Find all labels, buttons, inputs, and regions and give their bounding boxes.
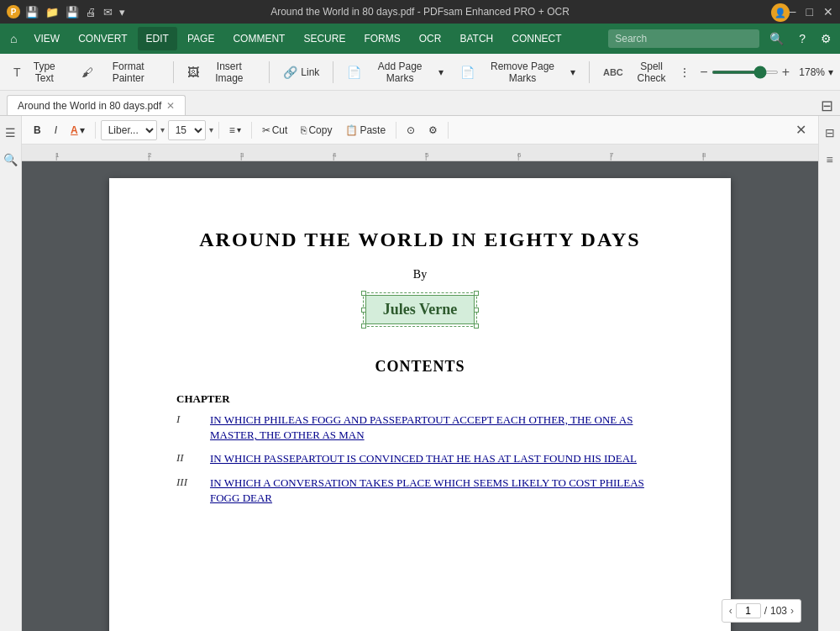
zoom-value[interactable]: 178% — [793, 66, 825, 78]
tb-icon-1[interactable]: 💾 — [25, 6, 39, 18]
handle-middle-right[interactable] — [474, 308, 479, 313]
page-number-input[interactable] — [736, 603, 761, 618]
menu-comment[interactable]: COMMENT — [224, 27, 293, 50]
right-sidebar-icon-1[interactable]: ⊟ — [822, 123, 838, 143]
bold-button[interactable]: B — [29, 120, 46, 140]
author-container: Jules Verne — [176, 295, 664, 324]
format-painter-button[interactable]: 🖌 Format Painter — [75, 57, 166, 87]
toc-entry-3: III IN WHICH A CONVERSATION TAKES PLACE … — [176, 476, 664, 506]
handle-top-left[interactable] — [361, 291, 366, 296]
align-button[interactable]: ≡ ▾ — [224, 120, 246, 140]
author-name: Jules Verne — [383, 301, 458, 318]
spell-check-button[interactable]: ABC Spell Check ⋮ — [596, 57, 696, 87]
page-container: AROUND THE WORLD IN EIGHTY DAYS By Jules… — [22, 161, 818, 631]
font-color-icon: A — [71, 124, 78, 136]
handle-top-right[interactable] — [474, 291, 479, 296]
font-color-button[interactable]: A ▾ — [66, 120, 90, 140]
paste-button[interactable]: 📋 Paste — [340, 120, 391, 140]
page-separator: / — [764, 605, 767, 617]
sidebar-panels-icon[interactable]: ☰ — [2, 123, 19, 143]
type-text-button[interactable]: T Type Text — [7, 57, 71, 87]
remove-page-marks-icon: 📄 — [460, 66, 475, 79]
menu-ocr[interactable]: OCR — [411, 27, 450, 50]
tb-icon-4[interactable]: 🖨 — [86, 6, 97, 18]
menu-connect[interactable]: CONNECT — [503, 27, 570, 50]
doc-tab[interactable]: Around the World in 80 days.pdf ✕ — [7, 95, 186, 115]
sidebar-search-icon[interactable]: 🔍 — [0, 150, 21, 170]
font-size-arrow: ▾ — [209, 125, 213, 134]
pdf-page: AROUND THE WORLD IN EIGHTY DAYS By Jules… — [109, 178, 731, 631]
tabs-bar: Around the World in 80 days.pdf ✕ ⊟ — [0, 91, 840, 116]
menu-home[interactable]: ⌂ — [3, 27, 24, 50]
close-button[interactable]: ✕ — [823, 5, 833, 18]
add-page-marks-button[interactable]: 📄 Add Page Marks ▾ — [340, 57, 450, 87]
tb-icon-5[interactable]: ✉ — [103, 6, 113, 18]
cut-button[interactable]: ✂ Cut — [257, 120, 293, 140]
spell-check-icon: ABC — [603, 67, 623, 77]
font-color-arrow: ▾ — [80, 124, 85, 136]
font-size-select[interactable]: 15 — [168, 120, 206, 140]
insert-image-icon: 🖼 — [187, 66, 199, 79]
search-input[interactable] — [608, 29, 759, 48]
handle-middle-left[interactable] — [361, 308, 366, 313]
more-options-button[interactable]: ⊙ — [402, 120, 420, 140]
tb-icon-arrow[interactable]: ▾ — [119, 6, 125, 18]
handle-bottom-left[interactable] — [361, 323, 366, 329]
chapter-label: CHAPTER — [176, 392, 664, 406]
menu-view[interactable]: VIEW — [25, 27, 68, 50]
menu-secure[interactable]: SECURE — [295, 27, 354, 50]
menu-batch[interactable]: BATCH — [451, 27, 501, 50]
prev-page-button[interactable]: ‹ — [729, 605, 732, 617]
insert-image-button[interactable]: 🖼 Insert Image — [181, 57, 262, 87]
by-label: By — [176, 268, 664, 281]
tb-icon-3[interactable]: 💾 — [66, 6, 79, 18]
remove-page-marks-arrow: ▾ — [570, 66, 575, 78]
add-page-marks-arrow: ▾ — [438, 66, 444, 78]
next-page-button[interactable]: › — [790, 605, 794, 617]
zoom-in-button[interactable]: + — [782, 65, 790, 80]
toolbar-sep-4 — [589, 61, 590, 83]
help-icon[interactable]: ? — [794, 29, 811, 48]
document-title: AROUND THE WORLD IN EIGHTY DAYS — [176, 229, 664, 251]
zoom-control: − + 178% ▾ — [700, 65, 833, 80]
search-icon[interactable]: 🔍 — [764, 29, 789, 48]
maximize-button[interactable]: □ — [806, 5, 813, 18]
align-icon: ≡ — [229, 124, 235, 136]
tb-icon-2[interactable]: 📁 — [45, 6, 59, 18]
toc-link-1[interactable]: IN WHICH PHILEAS FOGG AND PASSEPARTOUT A… — [210, 413, 664, 443]
paste-icon: 📋 — [345, 124, 358, 136]
format-settings-button[interactable]: ⚙ — [423, 120, 443, 140]
page-navigation: ‹ / 103 › — [722, 599, 801, 623]
author-text-box[interactable]: Jules Verne — [365, 295, 475, 324]
toc-link-2[interactable]: IN WHICH PASSEPARTOUT IS CONVINCED THAT … — [210, 451, 637, 466]
panels-toggle[interactable]: ⊟ — [821, 97, 833, 115]
copy-icon: ⎘ — [301, 124, 307, 136]
menu-convert[interactable]: CONVERT — [70, 27, 135, 50]
font-family-select[interactable]: Liber... — [101, 120, 157, 140]
settings-icon[interactable]: ⚙ — [816, 29, 837, 48]
menu-forms[interactable]: FORMS — [355, 27, 408, 50]
close-text-toolbar-button[interactable]: ✕ — [790, 120, 811, 140]
right-sidebar-icon-2[interactable]: ≡ — [822, 150, 836, 170]
handle-bottom-right[interactable] — [474, 323, 479, 329]
add-page-marks-icon: 📄 — [347, 66, 361, 79]
zoom-dropdown-icon[interactable]: ▾ — [828, 66, 833, 78]
link-button[interactable]: 🔗 Link — [276, 62, 326, 82]
main-toolbar: T Type Text 🖌 Format Painter 🖼 Insert Im… — [0, 54, 840, 91]
zoom-out-button[interactable]: − — [700, 65, 707, 80]
copy-button[interactable]: ⎘ Copy — [296, 120, 337, 140]
app-logo: P — [7, 5, 20, 18]
remove-page-marks-button[interactable]: 📄 Remove Page Marks ▾ — [454, 57, 582, 87]
right-sidebar: ⊟ ≡ — [818, 116, 840, 631]
zoom-slider[interactable] — [711, 71, 779, 74]
tab-close-button[interactable]: ✕ — [166, 100, 175, 112]
menu-edit[interactable]: EDIT — [138, 27, 177, 50]
user-avatar[interactable]: 👤 — [771, 3, 790, 22]
contents-heading: CONTENTS — [176, 358, 664, 376]
toc-link-3[interactable]: IN WHICH A CONVERSATION TAKES PLACE WHIC… — [210, 476, 664, 506]
menu-page[interactable]: PAGE — [179, 27, 223, 50]
italic-button[interactable]: I — [50, 120, 62, 140]
toolbar-sep-2 — [269, 61, 270, 83]
toolbar-sep-1 — [173, 61, 174, 83]
title-bar: P 💾 📁 💾 🖨 ✉ ▾ Around the World in 80 day… — [0, 0, 840, 24]
